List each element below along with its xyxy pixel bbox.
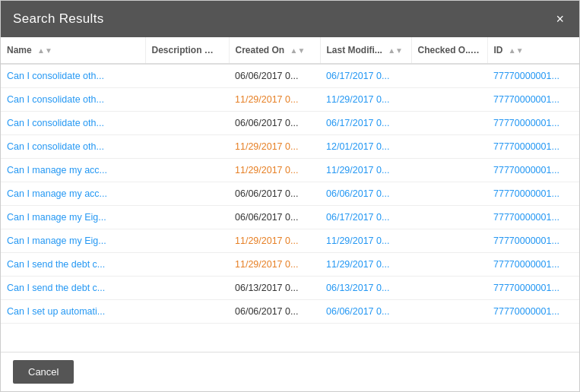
col-header-created[interactable]: Created On ▲▼ <box>229 37 320 64</box>
table-row[interactable]: Can I manage my Eig...06/06/2017 0...06/… <box>1 206 579 229</box>
cell-description <box>145 277 229 300</box>
cell-created-on: 11/29/2017 0... <box>229 88 320 112</box>
cell-created-on: 06/06/2017 0... <box>229 112 320 135</box>
dialog-title: Search Results <box>13 11 103 27</box>
cell-created-on: 11/29/2017 0... <box>229 229 320 253</box>
col-header-name[interactable]: Name ▲▼ <box>1 37 145 64</box>
cell-description <box>145 112 229 135</box>
cell-checked-out <box>411 182 487 206</box>
cell-name[interactable]: Can I send the debt c... <box>1 277 145 300</box>
close-button[interactable]: × <box>553 12 567 26</box>
cell-name[interactable]: Can I consolidate oth... <box>1 112 145 135</box>
table-row[interactable]: Can I consolidate oth...06/06/2017 0...0… <box>1 112 579 135</box>
cell-last-modified: 06/13/2017 0... <box>320 277 411 300</box>
cell-id: 77770000001... <box>487 300 579 324</box>
cell-created-on: 06/13/2017 0... <box>229 277 320 300</box>
cell-name[interactable]: Can I send the debt c... <box>1 253 145 277</box>
cell-created-on: 06/06/2017 0... <box>229 206 320 229</box>
cell-description <box>145 253 229 277</box>
table-container: Name ▲▼ Description ▲▼ Created On ▲▼ Las… <box>1 37 579 352</box>
cell-description <box>145 64 229 88</box>
cell-created-on: 11/29/2017 0... <box>229 135 320 159</box>
results-table: Name ▲▼ Description ▲▼ Created On ▲▼ Las… <box>1 37 579 324</box>
table-row[interactable]: Can I consolidate oth...11/29/2017 0...1… <box>1 135 579 159</box>
col-header-id[interactable]: ID ▲▼ <box>487 37 579 64</box>
cell-name[interactable]: Can I manage my acc... <box>1 182 145 206</box>
cell-checked-out <box>411 88 487 112</box>
cell-description <box>145 88 229 112</box>
sort-icon-created: ▲▼ <box>290 46 306 55</box>
table-body: Can I consolidate oth...06/06/2017 0...0… <box>1 64 579 324</box>
cell-checked-out <box>411 277 487 300</box>
col-header-checked[interactable]: Checked O... ▲▼ <box>411 37 487 64</box>
cell-name[interactable]: Can I manage my Eig... <box>1 206 145 229</box>
cell-checked-out <box>411 229 487 253</box>
search-results-dialog: Search Results × Name ▲▼ Description ▲▼ … <box>0 0 580 392</box>
cell-id: 77770000001... <box>487 159 579 182</box>
sort-icon-id: ▲▼ <box>509 46 524 55</box>
cell-created-on: 06/06/2017 0... <box>229 300 320 324</box>
cell-name[interactable]: Can I consolidate oth... <box>1 88 145 112</box>
sort-icon-description: ▲▼ <box>208 46 223 55</box>
cell-last-modified: 06/06/2017 0... <box>320 300 411 324</box>
cell-last-modified: 06/06/2017 0... <box>320 182 411 206</box>
cell-description <box>145 300 229 324</box>
cell-created-on: 06/06/2017 0... <box>229 182 320 206</box>
cell-checked-out <box>411 135 487 159</box>
sort-icon-name: ▲▼ <box>37 46 52 55</box>
dialog-footer: Cancel <box>1 352 579 391</box>
table-row[interactable]: Can I consolidate oth...11/29/2017 0...1… <box>1 88 579 112</box>
cell-id: 77770000001... <box>487 88 579 112</box>
cell-created-on: 11/29/2017 0... <box>229 159 320 182</box>
cell-checked-out <box>411 112 487 135</box>
cell-checked-out <box>411 253 487 277</box>
table-row[interactable]: Can I send the debt c...11/29/2017 0...1… <box>1 253 579 277</box>
cell-description <box>145 229 229 253</box>
table-header-row: Name ▲▼ Description ▲▼ Created On ▲▼ Las… <box>1 37 579 64</box>
table-row[interactable]: Can I manage my acc...06/06/2017 0...06/… <box>1 182 579 206</box>
cell-id: 77770000001... <box>487 112 579 135</box>
cell-checked-out <box>411 300 487 324</box>
cancel-button[interactable]: Cancel <box>13 360 74 384</box>
cell-checked-out <box>411 64 487 88</box>
cell-created-on: 06/06/2017 0... <box>229 64 320 88</box>
cell-description <box>145 206 229 229</box>
cell-last-modified: 11/29/2017 0... <box>320 159 411 182</box>
table-row[interactable]: Can I manage my acc...11/29/2017 0...11/… <box>1 159 579 182</box>
cell-id: 77770000001... <box>487 206 579 229</box>
table-row[interactable]: Can I manage my Eig...11/29/2017 0...11/… <box>1 229 579 253</box>
cell-created-on: 11/29/2017 0... <box>229 253 320 277</box>
cell-name[interactable]: Can I consolidate oth... <box>1 135 145 159</box>
cell-id: 77770000001... <box>487 253 579 277</box>
col-header-description[interactable]: Description ▲▼ <box>145 37 229 64</box>
cell-id: 77770000001... <box>487 277 579 300</box>
cell-name[interactable]: Can I manage my acc... <box>1 159 145 182</box>
col-header-modified[interactable]: Last Modifi... ▲▼ <box>320 37 411 64</box>
cell-last-modified: 06/17/2017 0... <box>320 112 411 135</box>
cell-id: 77770000001... <box>487 229 579 253</box>
cell-last-modified: 11/29/2017 0... <box>320 88 411 112</box>
cell-id: 77770000001... <box>487 182 579 206</box>
cell-description <box>145 182 229 206</box>
sort-icon-checked: ▲▼ <box>479 46 487 55</box>
cell-name[interactable]: Can I manage my Eig... <box>1 229 145 253</box>
table-row[interactable]: Can I set up automati...06/06/2017 0...0… <box>1 300 579 324</box>
cell-checked-out <box>411 159 487 182</box>
cell-checked-out <box>411 206 487 229</box>
table-row[interactable]: Can I consolidate oth...06/06/2017 0...0… <box>1 64 579 88</box>
cell-id: 77770000001... <box>487 64 579 88</box>
cell-name[interactable]: Can I set up automati... <box>1 300 145 324</box>
cell-last-modified: 11/29/2017 0... <box>320 253 411 277</box>
cell-last-modified: 06/17/2017 0... <box>320 206 411 229</box>
cell-last-modified: 11/29/2017 0... <box>320 229 411 253</box>
cell-name[interactable]: Can I consolidate oth... <box>1 64 145 88</box>
cell-description <box>145 135 229 159</box>
cell-last-modified: 06/17/2017 0... <box>320 64 411 88</box>
dialog-header: Search Results × <box>1 1 579 37</box>
table-row[interactable]: Can I send the debt c...06/13/2017 0...0… <box>1 277 579 300</box>
cell-description <box>145 159 229 182</box>
sort-icon-modified: ▲▼ <box>388 46 403 55</box>
cell-last-modified: 12/01/2017 0... <box>320 135 411 159</box>
cell-id: 77770000001... <box>487 135 579 159</box>
